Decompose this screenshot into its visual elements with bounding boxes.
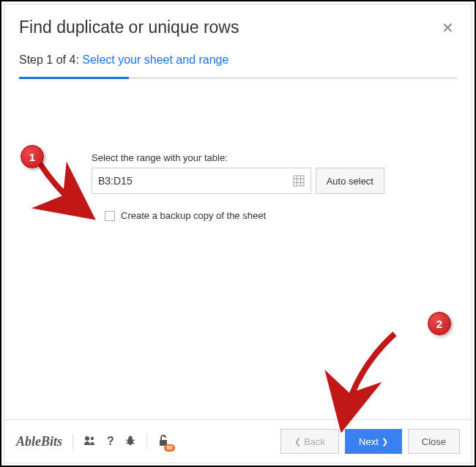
svg-point-8 (128, 436, 132, 439)
dialog-body: Select the range with your table: Auto s… (4, 79, 472, 419)
range-label: Select the range with your table: (92, 152, 384, 163)
next-button[interactable]: Next ❯ (345, 429, 402, 454)
auto-select-button[interactable]: Auto select (316, 168, 384, 194)
dialog-title: Find duplicate or unique rows (19, 18, 239, 37)
backup-label: Create a backup copy of the sheet (121, 210, 266, 221)
close-button[interactable]: Close (408, 429, 460, 454)
help-icon[interactable]: ? (107, 435, 114, 448)
next-label: Next (359, 436, 379, 447)
range-input-wrapper[interactable] (92, 168, 311, 194)
grid-select-icon[interactable] (293, 175, 305, 187)
svg-rect-0 (294, 176, 304, 186)
step-link[interactable]: Select your sheet and range (82, 53, 228, 66)
unlock-badge: 30 (164, 444, 175, 452)
dialog-find-duplicates: Find duplicate or unique rows ✕ Step 1 o… (4, 4, 472, 463)
backup-checkbox-row[interactable]: Create a backup copy of the sheet (92, 210, 384, 221)
range-input[interactable] (98, 175, 293, 187)
footer-separator (72, 433, 73, 449)
chevron-left-icon: ❮ (294, 437, 301, 447)
back-label: Back (304, 436, 325, 447)
step-indicator: Step 1 of 4: Select your sheet and range (4, 45, 472, 71)
chevron-right-icon: ❯ (382, 437, 388, 447)
bug-icon[interactable] (124, 435, 136, 449)
brand-logo: AbleBits (16, 434, 62, 449)
close-icon[interactable]: ✕ (439, 19, 457, 37)
dialog-footer: AbleBits ? 30 ❮ Back (4, 419, 472, 463)
unlock-icon[interactable]: 30 (157, 434, 169, 449)
backup-checkbox[interactable] (105, 211, 115, 221)
annotation-callout-2: 2 (428, 312, 451, 335)
step-prefix: Step 1 of 4: (19, 53, 82, 66)
dialog-header: Find duplicate or unique rows ✕ (4, 4, 472, 45)
users-icon[interactable] (83, 436, 97, 448)
svg-point-6 (91, 436, 94, 439)
svg-point-5 (85, 436, 89, 441)
back-button[interactable]: ❮ Back (280, 429, 339, 454)
annotation-callout-1: 1 (21, 145, 44, 168)
svg-line-12 (133, 443, 135, 444)
svg-line-11 (126, 443, 128, 444)
footer-separator-2 (146, 433, 147, 449)
